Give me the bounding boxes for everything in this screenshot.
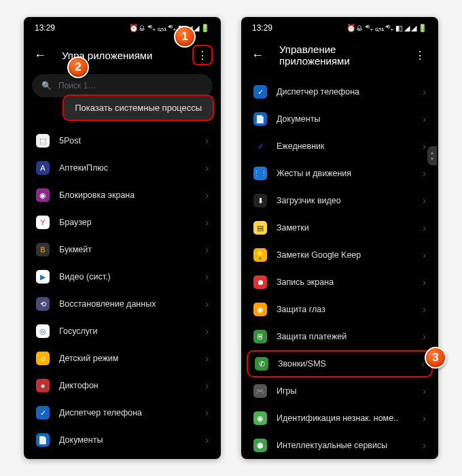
app-label: Документы bbox=[277, 114, 413, 124]
search-placeholder: Поиск 1… bbox=[58, 81, 96, 90]
app-label: Игры bbox=[277, 386, 413, 396]
app-label: Диспетчер телефона bbox=[59, 408, 196, 418]
callout-3: 3 bbox=[425, 347, 446, 369]
chevron-right-icon: › bbox=[423, 304, 426, 315]
app-icon: ● bbox=[36, 379, 50, 392]
app-label: Защита глаз bbox=[277, 305, 413, 314]
back-button[interactable]: ← bbox=[249, 47, 266, 63]
status-icons: ⏰🕭 ⁴⁶₊ ₀‚₅₁ ⁴⁶₊ ▮▯ ◢ ◢ 🔋 bbox=[129, 24, 210, 33]
chevron-right-icon: › bbox=[421, 358, 425, 369]
app-label: Загрузчик видео bbox=[277, 196, 413, 205]
right-phone-screen: 13:29 ⏰🕭 ⁴⁶₊ ₀‚₅₁ ⁴⁶₊ ▮▯ ◢ ◢ 🔋 ← Управле… bbox=[241, 17, 438, 459]
chevron-right-icon: › bbox=[423, 277, 426, 288]
app-row[interactable]: 💡Заметки Google Keep› bbox=[241, 241, 438, 269]
app-row[interactable]: ▶Видео (сист.)› bbox=[24, 263, 221, 290]
chevron-right-icon: › bbox=[423, 331, 426, 342]
app-icon: ✓ bbox=[253, 139, 267, 153]
app-row[interactable]: ⛨Защита платежей› bbox=[241, 323, 438, 350]
app-row[interactable]: ⋮⋮Жесты и движения› bbox=[241, 160, 438, 187]
app-label: Идентификация незнак. номе.. bbox=[277, 413, 413, 423]
app-icon: ▤ bbox=[253, 221, 267, 235]
app-row[interactable]: ◉Идентификация незнак. номе..› bbox=[241, 405, 438, 432]
app-icon: ✓ bbox=[253, 85, 267, 99]
more-menu-button[interactable]: ⋮ bbox=[192, 45, 213, 65]
app-row[interactable]: ◉Блокировка экрана› bbox=[24, 182, 221, 209]
app-label: Детский режим bbox=[59, 354, 196, 363]
app-row[interactable]: ⬢Интеллектуальные сервисы› bbox=[241, 432, 438, 459]
status-time: 13:29 bbox=[35, 23, 55, 33]
app-icon: ⏺ bbox=[253, 275, 267, 289]
app-icon: B bbox=[36, 243, 50, 256]
more-menu-button[interactable]: ⋮ bbox=[410, 45, 430, 65]
app-row[interactable]: ⟲Восстановление данных› bbox=[24, 290, 221, 318]
app-row[interactable]: ▤Заметки› bbox=[241, 214, 438, 241]
app-icon: ⋮⋮ bbox=[253, 167, 267, 180]
app-icon: ◎ bbox=[36, 324, 50, 338]
search-icon: 🔍 bbox=[41, 81, 52, 90]
app-label: Госуслуги bbox=[59, 326, 196, 336]
search-input[interactable]: 🔍 Поиск 1… bbox=[32, 74, 213, 97]
app-label: Интеллектуальные сервисы bbox=[277, 441, 413, 450]
app-row[interactable]: ✓Диспетчер телефона› bbox=[24, 399, 221, 426]
chevron-right-icon: › bbox=[423, 222, 426, 233]
app-label: 5Post bbox=[59, 136, 196, 146]
app-row[interactable]: BБукмейт› bbox=[24, 236, 221, 263]
app-icon: ⬢ bbox=[253, 439, 267, 452]
app-label: Блокировка экрана bbox=[59, 190, 196, 200]
app-row[interactable]: ◎Госуслуги› bbox=[24, 318, 221, 345]
callout-2: 2 bbox=[67, 56, 89, 78]
chevron-right-icon: › bbox=[205, 135, 209, 146]
app-icon: 🎮 bbox=[253, 384, 267, 398]
app-row[interactable]: ✓Ежедневник› bbox=[241, 133, 438, 160]
app-row[interactable]: AАптекиПлюс› bbox=[24, 154, 221, 182]
app-row[interactable]: 📄Документы› bbox=[24, 426, 221, 454]
app-label: Запись экрана bbox=[277, 277, 413, 287]
chevron-right-icon: › bbox=[205, 353, 209, 364]
app-icon: ⛨ bbox=[253, 330, 267, 343]
app-row[interactable]: 📄Документы› bbox=[241, 105, 438, 133]
app-label: Восстановление данных bbox=[59, 299, 196, 309]
callout-1: 1 bbox=[174, 26, 196, 48]
left-phone-screen: 13:29 ⏰🕭 ⁴⁶₊ ₀‚₅₁ ⁴⁶₊ ▮▯ ◢ ◢ 🔋 ← Упра ри… bbox=[24, 17, 221, 459]
chevron-right-icon: › bbox=[423, 195, 426, 206]
app-row[interactable]: ●Диктофон› bbox=[24, 372, 221, 399]
app-icon: ◉ bbox=[253, 303, 267, 316]
app-icon: ⟲ bbox=[36, 297, 50, 311]
app-row[interactable]: ⏺Запись экрана› bbox=[241, 269, 438, 296]
app-row[interactable]: ✆Звонки/SMS› bbox=[247, 350, 433, 377]
app-label: Заметки bbox=[277, 223, 413, 233]
app-label: Диспетчер телефона bbox=[277, 87, 413, 97]
app-label: Защита платежей bbox=[277, 332, 413, 341]
status-bar: 13:29 ⏰🕭 ⁴⁶₊ ₀‚₅₁ ⁴⁶₊ ▮▯ ◢ ◢ 🔋 bbox=[241, 17, 438, 39]
app-icon: ✓ bbox=[36, 406, 50, 420]
chevron-right-icon: › bbox=[205, 435, 209, 445]
chevron-right-icon: › bbox=[205, 380, 209, 391]
app-label: Жесты и движения bbox=[277, 169, 413, 178]
app-list: ⬚5Post›AАптекиПлюс›◉Блокировка экрана›YБ… bbox=[24, 127, 221, 459]
app-icon: 📄 bbox=[36, 433, 50, 447]
app-icon: ⬚ bbox=[36, 134, 50, 148]
app-icon: ▶ bbox=[36, 270, 50, 284]
app-row[interactable]: 🎮Игры› bbox=[241, 377, 438, 405]
app-row[interactable]: ☺Детский режим› bbox=[24, 345, 221, 372]
app-row[interactable]: ⬚5Post› bbox=[24, 127, 221, 154]
chevron-right-icon: › bbox=[423, 386, 426, 396]
chevron-right-icon: › bbox=[423, 413, 426, 424]
back-button[interactable]: ← bbox=[32, 47, 48, 63]
app-row[interactable]: ✓Ежедневник› bbox=[24, 454, 221, 459]
app-icon: Y bbox=[36, 216, 50, 229]
chevron-right-icon: › bbox=[423, 86, 426, 97]
app-label: Видео (сист.) bbox=[59, 272, 196, 282]
scroll-handle[interactable]: ▲ ▼ bbox=[427, 146, 437, 165]
chevron-right-icon: › bbox=[205, 163, 209, 173]
app-label: АптекиПлюс bbox=[59, 163, 196, 173]
app-row[interactable]: ✓Диспетчер телефона› bbox=[241, 78, 438, 105]
popup-show-system[interactable]: Показать системные процессы bbox=[63, 95, 214, 121]
page-title: Управление приложениями bbox=[279, 44, 396, 67]
app-row[interactable]: ◉Защита глаз› bbox=[241, 296, 438, 323]
chevron-right-icon: › bbox=[205, 244, 209, 255]
app-icon: ☺ bbox=[36, 352, 50, 365]
app-row[interactable]: YБраузер› bbox=[24, 209, 221, 236]
app-row[interactable]: ⬇Загрузчик видео› bbox=[241, 187, 438, 214]
chevron-up-icon: ▲ bbox=[430, 150, 435, 155]
